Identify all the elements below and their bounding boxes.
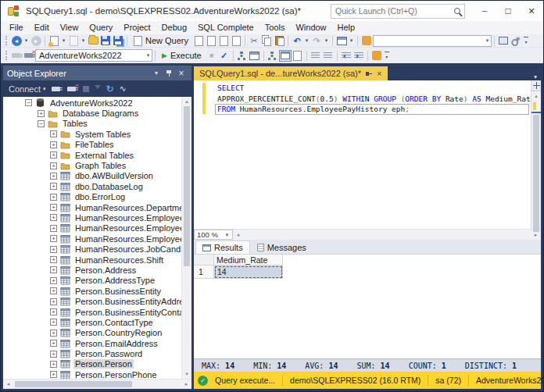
toolbar-overflow-button[interactable] [383,50,391,62]
tree-item-person-emailaddress[interactable]: +Person.EmailAddress [3,338,181,348]
save-button[interactable] [99,35,112,47]
toolbar-overflow-button[interactable] [522,35,530,47]
tree-item-person-address[interactable]: +Person.Address [3,265,181,275]
filter-button[interactable] [95,83,101,94]
add-item-button[interactable] [67,35,80,47]
tree-item-person-businessentity[interactable]: +Person.BusinessEntity [3,286,181,296]
close-icon[interactable] [377,69,381,78]
expander-icon[interactable]: + [50,371,57,378]
expander-icon[interactable]: + [50,173,57,180]
tree-item-humanresources-shift[interactable]: +HumanResources.Shift [3,255,181,265]
uncomment-button[interactable] [322,50,335,62]
object-explorer-header[interactable]: Object Explorer [3,66,191,80]
pin-icon[interactable] [366,70,372,77]
scroll-right-icon[interactable]: ▸ [531,230,541,240]
tree-item-person-password[interactable]: +Person.Password [3,348,181,358]
menu-debug[interactable]: Debug [156,21,192,34]
zoom-dropdown[interactable] [224,229,230,241]
expander-icon[interactable]: + [50,194,57,201]
menu-sql-complete[interactable]: SQL Complete [192,21,259,34]
xmla-query-button[interactable] [230,35,242,47]
undo-dropdown[interactable] [303,35,310,47]
database-engine-query-button[interactable] [192,35,205,47]
stop-button[interactable] [83,83,89,94]
intellisense-button[interactable] [249,50,261,62]
tree-item-tables[interactable]: −Tables [3,119,181,129]
refresh-button[interactable]: ↻ [106,83,114,94]
expander-icon[interactable]: + [50,287,57,294]
expander-icon[interactable]: + [50,266,57,273]
activity-monitor-button[interactable]: ∿ [120,83,127,94]
tree-item-person-contacttype[interactable]: +Person.ContactType [3,317,181,327]
grid-corner-cell[interactable] [194,255,214,265]
query-document-tab[interactable]: SQLQuery1.sql - de...tureWorks2022 (sa)* [194,66,388,80]
grid-row-number[interactable]: 1 [194,265,214,279]
menu-window[interactable]: Window [290,21,331,34]
execute-button[interactable]: ▶ Execute [158,49,206,62]
scrollbar-thumb[interactable] [184,106,190,266]
save-all-button[interactable] [112,35,124,47]
expander-icon[interactable]: + [50,214,57,221]
expander-icon[interactable]: + [50,308,57,315]
tree-item-external-tables[interactable]: +External Tables [3,150,181,160]
cut-button[interactable]: ✂ [248,35,260,47]
scroll-right-icon[interactable]: ▸ [181,380,191,389]
connect-object-button[interactable] [52,83,62,94]
parse-query-button[interactable]: ✓ [218,50,231,62]
window-layout-button[interactable] [335,35,348,47]
dmx-query-button[interactable] [217,35,230,47]
expander-icon[interactable]: + [50,330,57,337]
menu-query[interactable]: Query [84,21,118,34]
tree-item-person-businessentityaddress[interactable]: +Person.BusinessEntityAddress [3,296,181,306]
paste-button[interactable] [273,35,285,47]
scrollbar-thumb[interactable] [15,381,132,387]
expander-icon[interactable]: + [50,235,57,242]
menu-help[interactable]: Help [332,21,361,34]
tree-item-dbo-awbuildversion[interactable]: +dbo.AWBuildVersion [3,171,181,181]
expander-icon[interactable]: + [50,183,57,190]
tools-button[interactable] [510,35,522,47]
scroll-up-icon[interactable]: ▴ [531,91,541,101]
disconnect-button[interactable]: × [67,83,77,94]
editor-vertical-scrollbar[interactable]: ▴ ▾ [531,80,541,229]
connect-menu-button[interactable]: Connect [9,84,46,94]
expander-icon[interactable]: + [50,225,57,232]
new-file-button[interactable] [48,35,60,47]
editor-horizontal-scrollbar[interactable]: ◂ ▸ [233,230,541,240]
tree-item-humanresources-department[interactable]: +HumanResources.Department [3,202,181,212]
scroll-down-icon[interactable]: ▾ [182,369,191,379]
tree-item-person-businessentitycontact[interactable]: +Person.BusinessEntityContact [3,307,181,317]
expander-icon[interactable]: + [50,141,57,148]
tree-item-filetables[interactable]: +FileTables [3,140,181,150]
redo-button[interactable]: ↷ [310,35,323,47]
tree-item-humanresources-employeepayhistory[interactable]: +HumanResources.EmployeePayHistory [3,233,181,244]
undo-button[interactable]: ↶ [291,35,303,47]
add-item-dropdown[interactable] [80,35,87,47]
tree-item-person-person[interactable]: +Person.Person [3,359,181,369]
navigate-forward-button[interactable]: ▸ [30,35,42,47]
expander-icon[interactable]: + [50,162,57,169]
tree-item-humanresources-jobcandidate[interactable]: +HumanResources.JobCandidate [3,244,181,254]
maximize-button[interactable] [496,1,520,21]
query-options-button[interactable] [236,50,249,62]
expander-icon[interactable]: + [50,351,57,358]
combobox-dropdown[interactable] [484,35,491,47]
close-icon[interactable] [175,68,188,79]
navigate-backward-dropdown[interactable] [23,35,30,47]
scroll-left-icon[interactable]: ◂ [3,380,13,389]
open-file-button[interactable] [87,35,99,47]
decrease-indent-button[interactable] [340,50,353,62]
splitter-button[interactable] [531,80,541,91]
menu-project[interactable]: Project [118,21,156,34]
tab-list-dropdown[interactable] [530,73,541,80]
database-selector-dropdown[interactable] [145,50,152,62]
new-query-button[interactable]: New Query [130,34,192,47]
estimated-plan-button[interactable] [267,50,279,62]
expander-icon[interactable]: + [50,130,57,137]
tree-item-adventureworks2022[interactable]: −AdventureWorks2022 [3,98,181,108]
expander-icon[interactable]: + [50,277,57,284]
results-to-file-button[interactable] [292,50,304,62]
quick-launch-input[interactable] [335,6,451,16]
expander-icon[interactable]: − [25,99,32,106]
results-to-grid-button[interactable] [279,50,292,62]
